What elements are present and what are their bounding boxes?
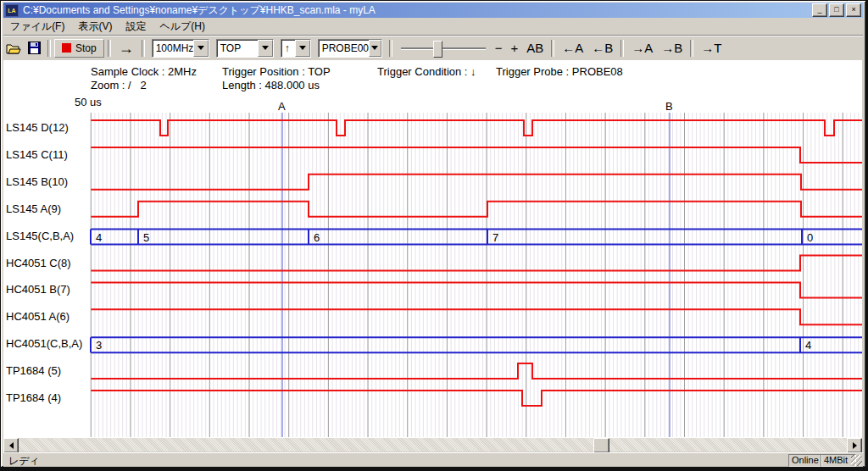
menu-help[interactable]: ヘルプ(H) xyxy=(153,18,212,36)
chevron-down-icon xyxy=(299,46,306,50)
menu-settings[interactable]: 設定 xyxy=(119,18,153,36)
trigger-probe-dropdown[interactable]: PROBE00 xyxy=(318,39,382,58)
scroll-left-button[interactable] xyxy=(3,438,19,453)
scroll-right-button[interactable] xyxy=(847,438,862,453)
slider-thumb[interactable] xyxy=(433,41,442,58)
trigger-edge-dropdown[interactable]: ↑ xyxy=(281,39,311,58)
goto-a-right-button[interactable]: →A xyxy=(627,40,657,57)
stop-button[interactable]: Stop xyxy=(54,39,104,58)
menu-bar: ファイル(F) 表示(V) 設定 ヘルプ(H) xyxy=(3,19,863,36)
horizontal-scrollbar[interactable] xyxy=(3,438,862,452)
bus-value: 6 xyxy=(314,231,320,244)
toolbar-separator xyxy=(551,40,554,57)
stop-icon xyxy=(62,43,71,53)
wave-LS145 A(9) xyxy=(91,202,862,217)
bus-value: 0 xyxy=(807,231,813,244)
chevron-down-icon xyxy=(198,46,204,50)
wave-TP1684 (4) xyxy=(91,391,862,406)
waveform-plot: 4567034 xyxy=(0,95,864,438)
wave-HC4051 C(8) xyxy=(91,256,862,271)
open-file-button[interactable] xyxy=(5,41,22,56)
wave-LS145 B(10) xyxy=(91,175,862,190)
toolbar-separator xyxy=(620,40,624,57)
dropdown-button[interactable] xyxy=(369,40,381,57)
bus-value: 4 xyxy=(805,339,811,352)
chevron-down-icon xyxy=(262,46,269,50)
zoom-slider[interactable] xyxy=(401,40,486,57)
app-icon[interactable]: LA xyxy=(5,4,19,17)
sample-clock-dropdown[interactable]: 100MHz xyxy=(152,39,209,58)
trigger-condition-info: Trigger Condition : ↓ xyxy=(377,65,476,78)
toolbar-separator xyxy=(142,40,145,57)
title-bar[interactable]: LA C:¥Documents and Settings¥noname¥デスクト… xyxy=(3,3,863,18)
arrow-left-icon xyxy=(9,442,14,449)
save-button[interactable] xyxy=(25,41,42,56)
goto-b-right-button[interactable]: →B xyxy=(657,40,687,57)
arrow-right-icon xyxy=(853,442,857,449)
slider-track xyxy=(401,47,486,49)
status-ready-text: レディ xyxy=(8,454,40,468)
chevron-down-icon xyxy=(371,46,378,50)
bus-value: 3 xyxy=(96,339,102,352)
zoom-out-button[interactable]: − xyxy=(491,40,507,57)
bus-value: 4 xyxy=(96,231,102,244)
wave-HC4051 A(6) xyxy=(91,309,862,324)
open-folder-icon xyxy=(6,42,21,54)
menu-file[interactable]: ファイル(F) xyxy=(3,18,71,36)
wave-LS145 D(12) xyxy=(91,120,862,136)
wave-HC4051 B(7) xyxy=(91,282,862,297)
floppy-disk-icon xyxy=(28,42,41,54)
status-bar: レディ Online 4MBit xyxy=(3,452,863,467)
wave-TP1684 (5) xyxy=(91,363,862,379)
bus-value: 7 xyxy=(492,231,498,244)
minimize-button[interactable]: _ xyxy=(812,3,827,17)
length-info: Length : 488.000 us xyxy=(222,79,320,91)
goto-a-left-button[interactable]: ←A xyxy=(558,40,587,57)
goto-b-left-button[interactable]: ←B xyxy=(587,40,617,57)
toolbar-separator xyxy=(108,40,111,57)
run-button[interactable]: → xyxy=(114,40,138,57)
resize-grip-icon[interactable] xyxy=(851,455,862,466)
goto-trigger-button[interactable]: →T xyxy=(697,40,726,57)
ab-button[interactable]: AB xyxy=(522,40,548,57)
sample-clock-info: Sample Clock : 2MHz xyxy=(91,65,197,78)
trigger-position-dropdown[interactable]: TOP xyxy=(216,39,274,58)
dropdown-button[interactable] xyxy=(295,40,310,57)
wave-LS145 C(11) xyxy=(91,147,862,163)
close-button[interactable]: × xyxy=(846,3,861,17)
dropdown-button[interactable] xyxy=(258,40,273,57)
trigger-position-info: Trigger Position : TOP xyxy=(222,65,331,78)
menu-view[interactable]: 表示(V) xyxy=(71,18,119,36)
dropdown-button[interactable] xyxy=(193,40,208,57)
bus-value: 5 xyxy=(143,231,149,244)
maximize-button[interactable]: □ xyxy=(829,3,844,17)
zoom-in-button[interactable]: + xyxy=(506,40,522,57)
window-title: C:¥Documents and Settings¥noname¥デスクトップ¥… xyxy=(23,3,810,18)
zoom-info: Zoom : / 2 xyxy=(91,79,147,91)
toolbar: Stop → 100MHz TOP ↑ PROBE00 − + AB ←A xyxy=(3,36,863,60)
screen: LA C:¥Documents and Settings¥noname¥デスクト… xyxy=(0,0,868,471)
status-online-badge: Online xyxy=(788,454,822,467)
trigger-probe-info: Trigger Probe : PROBE08 xyxy=(496,65,623,78)
toolbar-separator xyxy=(690,40,693,57)
toolbar-separator xyxy=(389,40,392,57)
toolbar-separator xyxy=(47,40,51,57)
scrollbar-thumb[interactable] xyxy=(593,438,609,453)
